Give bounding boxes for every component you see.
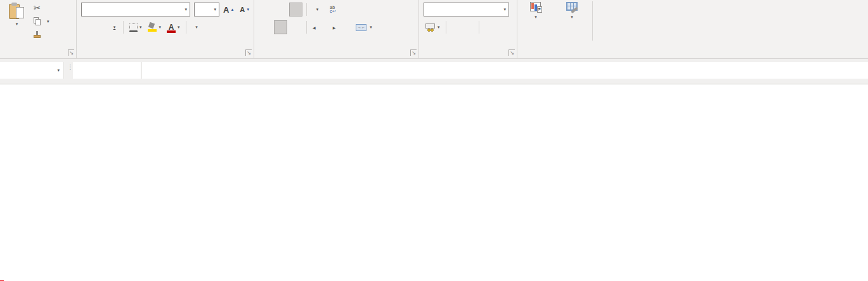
merge-center-button[interactable]: →← ▾ xyxy=(354,20,374,34)
align-left-icon xyxy=(261,23,270,32)
orientation-button[interactable]: ▾ xyxy=(311,3,322,16)
increase-decimal-button[interactable] xyxy=(483,20,495,34)
percent-style-button[interactable] xyxy=(450,20,462,34)
fill-color-button[interactable]: ▾ xyxy=(146,20,164,34)
align-top-button[interactable] xyxy=(259,3,272,16)
increase-indent-icon xyxy=(337,23,347,32)
chevron-down-icon: ▾ xyxy=(503,7,506,12)
clipboard-group: ▾ ✂ ▾ ↘ xyxy=(0,0,77,59)
font-size-combo[interactable]: ▾ xyxy=(194,3,219,16)
comma-style-button[interactable] xyxy=(463,20,475,34)
paste-clipboard-icon xyxy=(9,3,24,20)
alignment-group: ▾ abc↩ →← ▾ ↘ xyxy=(254,0,419,59)
wrap-text-icon: abc↩ xyxy=(330,6,335,13)
align-left-button[interactable] xyxy=(259,20,272,34)
font-color-icon: A xyxy=(167,23,176,32)
accounting-format-button[interactable]: ▾ xyxy=(424,20,442,34)
increase-indent-button[interactable] xyxy=(331,20,349,34)
align-bottom-button[interactable] xyxy=(289,3,302,16)
number-format-combo[interactable]: ▾ xyxy=(424,3,509,16)
align-bottom-icon xyxy=(291,6,301,14)
decrease-indent-icon xyxy=(318,23,327,32)
format-as-table-label2: ▾ xyxy=(570,12,573,21)
shrink-font-button[interactable]: A▼ xyxy=(238,3,252,16)
copy-button[interactable]: ▾ xyxy=(32,15,51,28)
merge-center-icon: →← xyxy=(356,24,366,31)
chevron-down-icon: ▾ xyxy=(214,7,216,12)
formula-bar: ▾ ⋮ xyxy=(0,59,868,84)
align-middle-button[interactable] xyxy=(274,3,287,16)
copy-icon xyxy=(34,17,41,25)
italic-button[interactable] xyxy=(94,20,106,34)
conditional-formatting-icon: ≠ xyxy=(530,2,541,11)
chevron-down-icon: ▾ xyxy=(47,19,49,24)
alignment-dialog-launcher-icon[interactable]: ↘ xyxy=(410,49,417,56)
format-painter-icon xyxy=(34,31,42,39)
grow-font-button[interactable]: A▲ xyxy=(221,3,236,16)
align-right-icon xyxy=(291,23,301,32)
align-top-icon xyxy=(261,6,270,14)
cut-button[interactable]: ✂ xyxy=(32,1,51,15)
paste-button[interactable]: ▾ xyxy=(3,1,30,41)
chevron-down-icon: ▾ xyxy=(57,68,60,73)
accounting-icon xyxy=(425,23,436,32)
align-center-button[interactable] xyxy=(274,20,287,34)
cell-styles-gallery xyxy=(592,1,865,41)
clipboard-dialog-launcher-icon[interactable]: ↘ xyxy=(68,49,74,56)
name-box[interactable]: ▾ xyxy=(0,62,64,79)
font-group: ▾ ▾ A▲ A▼ ▾ ▾ ▾ A▾ ▾ ↘ xyxy=(77,0,254,59)
formula-input[interactable] xyxy=(142,62,868,79)
number-group: ▾ ▾ ↘ xyxy=(419,0,517,59)
phonetic-button[interactable]: ▾ xyxy=(190,20,202,34)
borders-icon xyxy=(129,23,138,32)
font-name-combo[interactable]: ▾ xyxy=(81,3,190,16)
number-dialog-launcher-icon[interactable]: ↘ xyxy=(508,49,515,56)
spreadsheet xyxy=(0,84,868,280)
format-painter-button[interactable] xyxy=(32,28,51,41)
chevron-down-icon: ▾ xyxy=(16,22,18,27)
decrease-decimal-button[interactable] xyxy=(496,20,508,34)
chevron-down-icon: ▾ xyxy=(185,7,187,12)
align-right-button[interactable] xyxy=(289,20,302,34)
bold-button[interactable] xyxy=(81,20,93,34)
ribbon: ▾ ✂ ▾ ↘ xyxy=(0,0,868,59)
underline-button[interactable]: ▾ xyxy=(108,20,119,34)
decrease-indent-button[interactable] xyxy=(311,20,329,34)
align-center-icon xyxy=(276,23,285,32)
fill-color-icon xyxy=(148,23,157,32)
wrap-text-button[interactable]: abc↩ xyxy=(328,3,339,16)
conditional-formatting-button[interactable]: ≠ ▾ xyxy=(517,1,554,21)
font-color-button[interactable]: A▾ xyxy=(165,20,182,34)
font-dialog-launcher-icon[interactable]: ↘ xyxy=(245,49,252,56)
format-as-table-button[interactable]: ▾ xyxy=(554,1,590,21)
format-as-table-icon xyxy=(566,2,578,11)
scissors-icon: ✂ xyxy=(34,3,41,13)
styles-group: ≠ ▾ ▾ xyxy=(517,0,868,59)
align-middle-icon xyxy=(276,6,285,14)
chevron-down-icon: ▾ xyxy=(534,13,537,21)
borders-button[interactable]: ▾ xyxy=(127,20,144,34)
